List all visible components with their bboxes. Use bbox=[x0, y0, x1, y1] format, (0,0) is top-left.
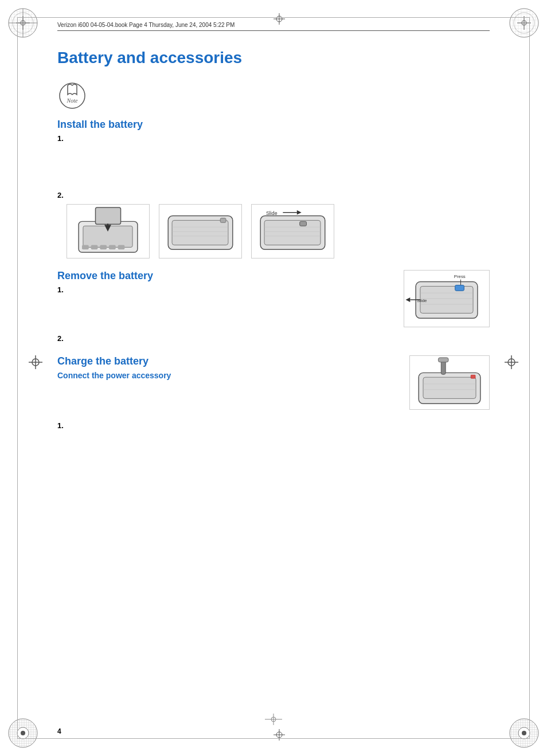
svg-rect-139 bbox=[300, 221, 307, 226]
remove-step-1-diagram: Press Slide bbox=[404, 270, 490, 330]
install-step-2-label: 2. bbox=[57, 191, 490, 199]
install-step-1-label: 1. bbox=[57, 134, 490, 143]
svg-text:Press: Press bbox=[454, 274, 466, 279]
header-text: Verizon i600 04-05-04.book Page 4 Thursd… bbox=[57, 22, 235, 28]
svg-rect-117 bbox=[83, 226, 132, 247]
svg-marker-138 bbox=[297, 210, 302, 215]
svg-rect-121 bbox=[91, 245, 98, 249]
connect-power-heading: Connect the power accessory bbox=[57, 371, 398, 380]
note-icon-area: Note bbox=[57, 81, 490, 113]
charge-step-1-area: 1. bbox=[57, 421, 490, 430]
install-diagram-3: Slide bbox=[251, 204, 334, 261]
svg-rect-122 bbox=[100, 245, 107, 249]
svg-rect-124 bbox=[118, 245, 125, 249]
svg-rect-154 bbox=[438, 358, 448, 362]
page-title: Battery and accessories bbox=[57, 49, 490, 67]
install-battery-section: Install the battery 1. 2. bbox=[57, 119, 490, 261]
install-step-2-diagrams: Slide bbox=[67, 204, 490, 261]
svg-text:Slide: Slide bbox=[417, 298, 427, 303]
svg-rect-152 bbox=[423, 377, 476, 398]
svg-text:Note: Note bbox=[67, 97, 78, 104]
install-diagram-1 bbox=[67, 204, 150, 261]
install-battery-heading: Install the battery bbox=[57, 119, 490, 131]
svg-rect-120 bbox=[82, 245, 89, 249]
note-icon: Note bbox=[57, 81, 87, 111]
header-bar: Verizon i600 04-05-04.book Page 4 Thursd… bbox=[57, 17, 490, 31]
svg-marker-149 bbox=[405, 297, 410, 302]
bottom-center-decoration bbox=[265, 714, 282, 727]
svg-rect-132 bbox=[264, 220, 321, 245]
charge-battery-heading: Charge the battery bbox=[57, 355, 398, 367]
remove-battery-heading: Remove the battery bbox=[57, 270, 392, 282]
svg-point-114 bbox=[60, 83, 85, 108]
svg-rect-141 bbox=[420, 286, 473, 313]
svg-rect-150 bbox=[455, 285, 464, 291]
svg-rect-126 bbox=[172, 220, 228, 245]
page-number: 4 bbox=[57, 727, 61, 735]
remove-step-2-label: 2. bbox=[57, 334, 490, 343]
svg-rect-130 bbox=[220, 218, 226, 222]
svg-rect-123 bbox=[109, 245, 116, 249]
remove-step-1-label: 1. bbox=[57, 285, 392, 294]
svg-text:Slide: Slide bbox=[266, 210, 278, 216]
charge-diagram bbox=[409, 355, 490, 412]
remove-battery-section: Remove the battery 1. Press Slide bbox=[57, 270, 490, 347]
svg-rect-118 bbox=[95, 207, 120, 224]
install-step-1-diagram bbox=[69, 147, 490, 182]
svg-rect-157 bbox=[471, 375, 475, 378]
charge-battery-section: Charge the battery Connect the power acc… bbox=[57, 355, 490, 412]
main-content: Battery and accessories Note Install the… bbox=[57, 43, 490, 722]
charge-step-1-label: 1. bbox=[57, 421, 490, 430]
install-diagram-2 bbox=[159, 204, 242, 261]
